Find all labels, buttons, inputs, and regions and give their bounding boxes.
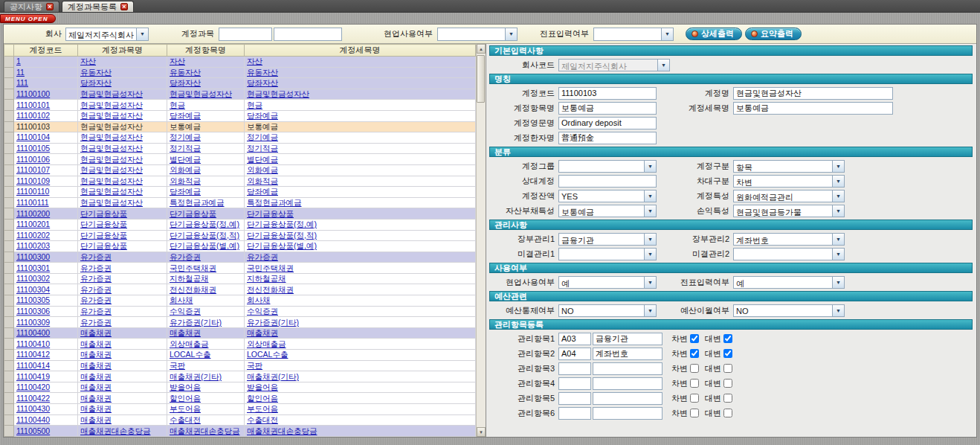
table-row[interactable]: 11유동자산유동자산유동자산 — [4, 67, 476, 78]
table-row[interactable]: 11100300유가증권유가증권유가증권 — [4, 252, 476, 263]
row-selector[interactable] — [4, 339, 14, 350]
table-row[interactable]: 11100106현금및현금성자산별단예금별단예금 — [4, 154, 476, 165]
table-row[interactable]: 111당좌자산당좌자산당좌자산 — [4, 78, 476, 89]
table-cell-item[interactable]: 유가증권(기타) — [167, 317, 245, 328]
ledger2-combo[interactable]: 계좌번호 ▼ — [733, 233, 845, 246]
company-combo[interactable]: 제일저지주식회사 ▼ — [65, 28, 149, 41]
chevron-down-icon[interactable]: ▼ — [644, 191, 656, 202]
mgmt-item-code-input[interactable] — [558, 333, 591, 345]
table-cell-detail[interactable]: 매출채권(기타) — [245, 371, 476, 382]
table-cell-item[interactable]: 받을어음 — [167, 382, 245, 393]
table-cell-item[interactable]: 별단예금 — [167, 154, 245, 165]
table-cell-detail[interactable]: 할인어음 — [245, 393, 476, 404]
table-cell-code[interactable]: 11100420 — [14, 382, 78, 393]
chevron-down-icon[interactable]: ▼ — [136, 28, 148, 40]
detail-print-button[interactable]: 상세출력 — [686, 28, 742, 40]
row-selector[interactable] — [4, 164, 14, 176]
mgmt-item-code-input[interactable] — [558, 362, 591, 375]
scroll-down-icon[interactable]: ▼ — [477, 427, 486, 437]
table-cell-item[interactable]: LOCAL수출 — [167, 350, 245, 361]
account-eng-input[interactable] — [558, 117, 657, 129]
table-cell-item[interactable]: 당좌예금 — [167, 187, 245, 198]
table-row[interactable]: 11100430매출채권부도어음부도어음 — [4, 404, 476, 415]
table-cell-code[interactable]: 11100304 — [14, 284, 78, 295]
table-cell-detail[interactable]: 당좌예금 — [245, 187, 476, 198]
table-cell-subject[interactable]: 현금및현금성자산 — [78, 154, 167, 165]
table-cell-code[interactable]: 11100106 — [14, 154, 78, 165]
mgmt-item-name-input[interactable] — [593, 348, 663, 360]
table-cell-code[interactable]: 11100430 — [14, 404, 78, 415]
table-cell-subject[interactable]: 매출채권대손충당금 — [78, 426, 167, 437]
table-cell-detail[interactable]: 수익증권 — [245, 306, 476, 317]
chevron-down-icon[interactable]: ▼ — [661, 28, 673, 40]
table-cell-code[interactable]: 11 — [14, 67, 78, 78]
row-selector[interactable] — [4, 143, 14, 154]
asset-trait-combo[interactable]: 보통예금 ▼ — [558, 205, 657, 217]
table-cell-detail[interactable]: 단기금융상품 — [245, 208, 476, 220]
table-cell-detail[interactable]: 외화적금 — [245, 176, 476, 187]
table-cell-subject[interactable]: 현금및현금성자산 — [78, 110, 167, 121]
row-selector[interactable] — [4, 273, 14, 284]
table-cell-code[interactable]: 11100110 — [14, 187, 78, 198]
debit-checkbox[interactable] — [690, 349, 699, 358]
row-selector[interactable] — [4, 121, 14, 132]
table-cell-subject[interactable]: 유가증권 — [78, 273, 167, 284]
table-row[interactable]: 11100105현금및현금성자산정기적금정기적금 — [4, 143, 476, 154]
table-row[interactable]: 11100414매출채권국판국판 — [4, 360, 476, 371]
account-code-search-input[interactable] — [219, 28, 272, 41]
account-name-input[interactable] — [733, 87, 893, 100]
menu-open-button[interactable]: MENU OPEN — [0, 14, 56, 23]
budget-control-combo[interactable]: NO ▼ — [558, 304, 657, 317]
chevron-down-icon[interactable]: ▼ — [832, 191, 844, 202]
table-cell-code[interactable]: 11100201 — [14, 219, 78, 230]
table-cell-item[interactable]: 단기금융상품(정,적) — [167, 230, 245, 241]
field-use-form-combo[interactable]: 예 ▼ — [558, 276, 657, 289]
table-header-item[interactable]: 계정항목명 — [167, 45, 245, 57]
chevron-down-icon[interactable]: ▼ — [644, 161, 656, 172]
table-header-subject[interactable]: 계정과목명 — [78, 45, 167, 57]
table-cell-subject[interactable]: 단기금융상품 — [78, 230, 167, 241]
table-cell-item[interactable]: 현금및현금성자산 — [167, 89, 245, 100]
table-cell-item[interactable]: 유가증권 — [167, 252, 245, 263]
table-row[interactable]: 11100103현금및현금성자산보통예금보통예금 — [4, 121, 476, 132]
table-cell-subject[interactable]: 현금및현금성자산 — [78, 121, 167, 132]
table-cell-item[interactable]: 전신전화채권 — [167, 284, 245, 295]
budget-carry-combo[interactable]: NO ▼ — [733, 304, 845, 317]
table-cell-subject[interactable]: 현금및현금성자산 — [78, 197, 167, 208]
chevron-down-icon[interactable]: ▼ — [505, 28, 517, 40]
table-cell-detail[interactable]: LOCAL수출 — [245, 350, 476, 361]
mgmt-item-code-input[interactable] — [558, 377, 591, 390]
dc-class-combo[interactable]: 차변 ▼ — [733, 175, 845, 188]
table-cell-code[interactable]: 11100104 — [14, 132, 78, 144]
row-selector[interactable] — [4, 360, 14, 371]
chevron-down-icon[interactable]: ▼ — [832, 161, 844, 172]
row-selector[interactable] — [4, 327, 14, 339]
table-cell-code[interactable]: 11100203 — [14, 241, 78, 252]
table-cell-code[interactable]: 11100101 — [14, 100, 78, 111]
debit-checkbox[interactable] — [690, 379, 699, 388]
table-cell-code[interactable]: 11100302 — [14, 273, 78, 284]
table-cell-item[interactable]: 단기금융상품 — [167, 208, 245, 220]
row-selector[interactable] — [4, 371, 14, 382]
table-row[interactable]: 11100420매출채권받을어음받을어음 — [4, 382, 476, 393]
credit-checkbox[interactable] — [723, 349, 732, 358]
row-selector[interactable] — [4, 154, 14, 165]
table-cell-subject[interactable]: 매출채권 — [78, 339, 167, 350]
table-cell-item[interactable]: 정기적금 — [167, 143, 245, 154]
table-cell-subject[interactable]: 매출채권 — [78, 327, 167, 339]
voucher-use-combo[interactable]: 예 ▼ — [733, 276, 845, 289]
table-cell-item[interactable]: 당좌자산 — [167, 78, 245, 89]
balance-combo[interactable]: YES ▼ — [558, 190, 657, 202]
table-cell-subject[interactable]: 유가증권 — [78, 306, 167, 317]
account-class-combo[interactable]: 항목 ▼ — [733, 160, 845, 173]
chevron-down-icon[interactable]: ▼ — [644, 249, 656, 260]
table-cell-subject[interactable]: 유가증권 — [78, 263, 167, 274]
voucher-combo[interactable]: ▼ — [593, 28, 674, 41]
table-cell-subject[interactable]: 유가증권 — [78, 295, 167, 307]
row-selector[interactable] — [4, 100, 14, 111]
table-cell-code[interactable]: 11100109 — [14, 176, 78, 187]
table-cell-subject[interactable]: 현금및현금성자산 — [78, 164, 167, 176]
table-row[interactable]: 11100410매출채권외상매출금외상매출금 — [4, 339, 476, 350]
row-selector[interactable] — [4, 197, 14, 208]
debit-checkbox[interactable] — [690, 334, 699, 343]
